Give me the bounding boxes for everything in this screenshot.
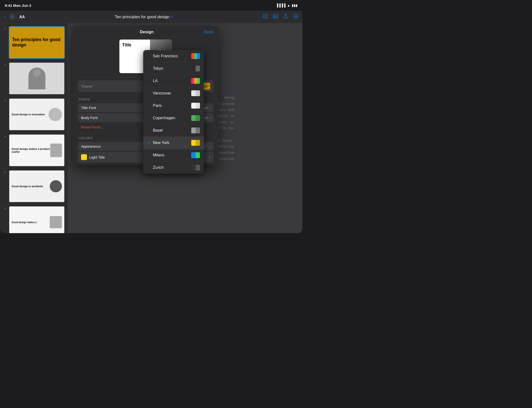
zurich-thumb <box>191 165 200 170</box>
dropdown-item-basel[interactable]: Basel <box>143 124 204 137</box>
vancouver-thumb <box>191 90 200 96</box>
slide-number-4: 4 <box>3 135 7 138</box>
copenhagen-label: Copenhagen <box>153 116 175 120</box>
share-icon[interactable] <box>283 14 288 20</box>
slide-item-2[interactable]: 2 <box>2 61 66 96</box>
design-panel-title: Design <box>140 30 154 34</box>
design-panel-done-button[interactable]: Done <box>204 30 214 34</box>
appearance-label: Appearance <box>81 144 101 148</box>
la-label: LA <box>153 79 158 83</box>
battery-icon: ▮▮▮ <box>292 3 298 7</box>
play-icon[interactable] <box>293 14 299 20</box>
wifi-icon: ▲ <box>287 3 290 7</box>
dropdown-item-la[interactable]: LA <box>143 75 204 87</box>
dropdown-item-milano-left: Milano <box>147 153 164 157</box>
slide-thumb-2[interactable] <box>9 62 65 95</box>
light-title-left: Light Title <box>81 154 105 160</box>
toolbar-center: Ten principles for good design ▾ <box>115 15 173 19</box>
slide3-text: Good design is innovative <box>12 113 49 116</box>
dropdown-item-basel-left: Basel <box>147 128 163 133</box>
slide-thumb-4[interactable]: Good design makes a product useful <box>9 134 65 167</box>
svg-marker-4 <box>295 15 297 17</box>
slide-item-1[interactable]: 1 Ten principles for good design <box>2 25 66 60</box>
light-title-swatch <box>81 154 87 160</box>
slide-number-5: 5 <box>3 171 7 174</box>
slide-thumb-6[interactable]: Good design makes a <box>9 206 65 233</box>
draw-icon[interactable] <box>263 14 268 20</box>
paris-thumb <box>191 103 200 109</box>
status-bar: 9:41 Mon Jun 3 ▐▐▐▐ ▲ ▮▮▮ <box>0 0 302 11</box>
status-time: 9:41 Mon Jun 3 <box>5 3 31 8</box>
dropdown-item-copenhagen-left: Copenhagen <box>147 116 175 120</box>
dropdown-arrow-icon[interactable]: ▾ <box>171 15 173 19</box>
sf-label: San Francisco <box>153 54 178 58</box>
dropdown-item-tokyo-left: Tokyo <box>147 66 163 71</box>
add-button[interactable]: + <box>9 14 16 20</box>
theme-label: Theme <box>81 84 92 88</box>
slide-thumb-5[interactable]: Good design is aesthetic <box>9 170 65 203</box>
newyork-thumb <box>191 140 200 146</box>
dropdown-item-paris-left: Paris <box>147 103 162 108</box>
slide-item-5[interactable]: 5 Good design is aesthetic <box>2 169 66 204</box>
signal-icon: ▐▐▐▐ <box>276 3 285 7</box>
slide5-text: Good design is aesthetic <box>12 185 50 188</box>
svg-point-0 <box>263 14 267 18</box>
main-layout: 1 Ten principles for good design 2 <box>0 23 302 233</box>
basel-label: Basel <box>153 128 163 133</box>
newyork-checkmark: ✓ <box>147 141 151 145</box>
tokyo-label: Tokyo <box>153 66 163 71</box>
slide6-text: Good design makes a <box>12 221 50 224</box>
slide-number-2: 2 <box>3 63 7 66</box>
toolbar-left: ‹ + AA <box>4 14 25 20</box>
title-font-chevron: › <box>209 106 210 110</box>
slide-number-6: 6 <box>3 207 7 210</box>
dropdown-item-milano[interactable]: Milano <box>143 149 204 162</box>
dropdown-item-zurich-left: Zurich <box>147 165 164 170</box>
vancouver-label: Vancouver <box>153 91 171 95</box>
dropdown-item-copenhagen[interactable]: Copenhagen <box>143 112 204 124</box>
main-content: oming orld around olours and ntributor t… <box>68 23 302 233</box>
slide-thumb-3[interactable]: Good design is innovative <box>9 98 65 131</box>
dropdown-item-vancouver[interactable]: Vancouver <box>143 87 204 100</box>
slide-item-6[interactable]: 6 Good design makes a <box>2 205 66 233</box>
status-icons: ▐▐▐▐ ▲ ▮▮▮ <box>276 3 298 7</box>
light-title-chevron: › <box>209 155 210 160</box>
dropdown-item-paris[interactable]: Paris <box>143 100 204 112</box>
dropdown-item-newyork[interactable]: ✓ New York <box>143 137 204 149</box>
slide-item-4[interactable]: 4 Good design makes a product useful <box>2 133 66 168</box>
back-button[interactable]: ‹ <box>4 14 6 20</box>
body-font-label: Body Font <box>81 116 98 120</box>
toolbar: ‹ + AA Ten principles for good design ▾ <box>0 11 302 23</box>
title-font-label: Title Font <box>81 106 96 110</box>
body-font-chevron: › <box>209 116 210 120</box>
slide-number-3: 3 <box>3 99 7 102</box>
svg-rect-1 <box>273 15 278 18</box>
design-panel-overlay: Design Done Title DREAMUNTILIT'SYOURREAL… <box>68 23 302 233</box>
design-panel-header: Design Done <box>73 26 218 37</box>
slide-thumb-1[interactable]: Ten principles for good design <box>9 26 65 59</box>
font-button[interactable]: AA <box>19 15 25 19</box>
slide-number-1: 1 <box>3 27 7 30</box>
slide-item-3[interactable]: 3 Good design is innovative <box>2 97 66 132</box>
dropdown-item-zurich[interactable]: Zurich <box>143 162 204 174</box>
theme-dropdown: San Francisco Tokyo <box>143 50 204 174</box>
slide4-text: Good design makes a product useful <box>12 147 50 153</box>
slide-panel: 1 Ten principles for good design 2 <box>0 23 68 233</box>
tokyo-thumb <box>191 66 200 71</box>
preview-card-title: Title <box>122 42 131 48</box>
appearance-chevron-icon: ⌃⌄ <box>205 145 210 148</box>
dropdown-item-la-left: LA <box>147 79 158 83</box>
toolbar-right <box>263 14 299 20</box>
dropdown-item-san-francisco[interactable]: San Francisco <box>143 50 204 62</box>
paris-label: Paris <box>153 103 162 108</box>
slide5-circle-shape <box>50 180 62 192</box>
slide4-bag-shape <box>50 144 62 157</box>
light-title-label: Light Title <box>89 155 105 159</box>
slide1-title: Ten principles for good design <box>12 37 61 48</box>
media-icon[interactable] <box>273 14 278 20</box>
milano-thumb <box>191 152 200 158</box>
zurich-label: Zurich <box>153 165 164 170</box>
dropdown-item-tokyo[interactable]: Tokyo <box>143 62 204 75</box>
copenhagen-thumb <box>191 115 200 121</box>
milano-label: Milano <box>153 153 164 157</box>
